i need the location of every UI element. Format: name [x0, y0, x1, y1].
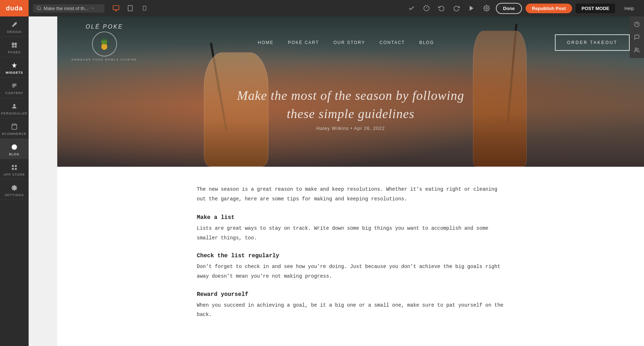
widgets-icon: [10, 62, 18, 69]
nav-our-story[interactable]: OUR STORY: [333, 40, 365, 45]
logo-pineapple-icon: 🍍: [92, 31, 117, 57]
pages-label: PAGES: [8, 50, 20, 54]
sidebar-item-ecommerce[interactable]: ECOMMERCE: [0, 118, 29, 139]
appstore-icon: [10, 164, 18, 171]
nav-poke-cart[interactable]: POKÉ CART: [288, 40, 319, 45]
svg-point-28: [486, 8, 488, 9]
right-panel-users[interactable]: [631, 44, 643, 56]
settings-icon: [10, 184, 18, 192]
nav-blog[interactable]: Blog: [419, 40, 434, 45]
left-sidebar: duda DESIGN PAGES WIDGETS CONTENT PERSON…: [0, 0, 29, 346]
redo-icon: [453, 5, 460, 11]
sidebar-item-widgets[interactable]: WIDGETS: [0, 57, 29, 78]
svg-rect-0: [12, 43, 14, 45]
hero-section: OLÉ POKE 🍍 HAWAIIAN POKE BOWLS CUISINE H…: [57, 16, 644, 167]
duda-logo[interactable]: duda: [0, 0, 29, 16]
pages-icon: [10, 41, 18, 49]
desktop-view-button[interactable]: [110, 3, 122, 14]
hero-content: Make the most of the season by following…: [225, 87, 476, 131]
tablet-icon: [127, 5, 133, 11]
content-icon: [10, 82, 18, 90]
design-label: DESIGN: [7, 30, 22, 34]
appstore-label: APP STORE: [4, 173, 25, 176]
svg-rect-2: [12, 46, 14, 48]
chevron-down-icon: [91, 6, 95, 10]
topbar-search[interactable]: Make the most of th...: [33, 4, 104, 13]
comment-icon: [423, 5, 430, 11]
svg-rect-10: [12, 165, 14, 167]
right-panel-chat[interactable]: [631, 31, 643, 43]
tablet-view-button[interactable]: [125, 3, 136, 14]
hero-date: Apr 26, 2022: [354, 126, 385, 131]
sidebar-item-appstore[interactable]: APP STORE: [0, 159, 29, 180]
personalize-label: PERSONALIZE: [1, 112, 28, 115]
question-icon: [634, 21, 640, 27]
svg-rect-13: [15, 168, 17, 170]
svg-point-15: [37, 6, 40, 10]
blog-section-body-0: Lists are great ways to stay on track. W…: [197, 224, 504, 243]
svg-rect-17: [113, 6, 119, 10]
republish-button[interactable]: Republish Post: [526, 4, 572, 13]
right-panel: [630, 16, 644, 58]
sidebar-item-design[interactable]: DESIGN: [0, 16, 29, 37]
sidebar-item-settings[interactable]: SETTINGS: [0, 180, 29, 200]
desktop-icon: [112, 5, 119, 12]
content-label: CONTENT: [5, 91, 24, 95]
check-button[interactable]: [406, 3, 417, 14]
redo-button[interactable]: [451, 3, 462, 14]
svg-rect-5: [12, 85, 16, 86]
right-panel-help[interactable]: [631, 19, 643, 30]
users-icon: [634, 47, 640, 53]
svg-rect-1: [15, 43, 17, 45]
check-icon: [408, 5, 415, 11]
design-icon: [10, 21, 18, 29]
sidebar-item-blog[interactable]: BLOG: [0, 139, 29, 159]
logo-subtitle: HAWAIIAN POKE BOWLS CUISINE: [72, 58, 137, 61]
svg-rect-6: [12, 87, 15, 87]
device-selector: [110, 3, 150, 14]
blog-section-body-2: When you succeed in achieving a goal, be…: [197, 301, 504, 320]
play-button[interactable]: [466, 3, 477, 14]
post-mode-button[interactable]: POST MODE: [576, 4, 615, 13]
settings-button[interactable]: [481, 3, 492, 14]
hero-meta: Haley Wilkins • Apr 26, 2022: [225, 126, 476, 131]
svg-rect-4: [12, 84, 16, 84]
logo-name: OLÉ POKE: [86, 24, 123, 30]
comment-button[interactable]: [421, 3, 432, 14]
mobile-icon: [142, 5, 147, 11]
blog-section-title-1: Check the list regularly: [197, 253, 504, 259]
hero-title: Make the most of the season by following…: [225, 87, 476, 123]
svg-point-9: [12, 145, 17, 150]
svg-point-7: [13, 104, 15, 106]
help-button[interactable]: Help: [619, 4, 640, 13]
svg-marker-27: [470, 6, 474, 11]
nav-contact[interactable]: CONTACT: [380, 40, 405, 45]
nav-home[interactable]: HOME: [258, 40, 274, 45]
main-content-area: OLÉ POKE 🍍 HAWAIIAN POKE BOWLS CUISINE H…: [57, 16, 644, 346]
gear-icon: [483, 5, 490, 11]
blog-label: BLOG: [9, 152, 19, 156]
play-icon: [468, 5, 475, 11]
hero-date-separator: •: [351, 126, 354, 131]
nav-bar: OLÉ POKE 🍍 HAWAIIAN POKE BOWLS CUISINE H…: [57, 16, 644, 68]
topbar-actions: Done Republish Post POST MODE Help: [406, 3, 640, 14]
blog-section-2: Reward yourself When you succeed in achi…: [197, 291, 504, 320]
sidebar-item-pages[interactable]: PAGES: [0, 37, 29, 57]
sidebar-item-personalize[interactable]: PERSONALIZE: [0, 98, 29, 118]
undo-button[interactable]: [436, 3, 447, 14]
ecommerce-label: ECOMMERCE: [2, 132, 27, 136]
blog-section-title-2: Reward yourself: [197, 291, 504, 298]
svg-line-16: [40, 9, 41, 10]
blog-content: The new season is a great reason to make…: [182, 167, 519, 346]
sidebar-item-content[interactable]: CONTENT: [0, 78, 29, 98]
hero-author: Haley Wilkins: [316, 126, 349, 131]
done-button[interactable]: Done: [496, 3, 522, 14]
blog-section-title-0: Make a list: [197, 214, 504, 221]
undo-icon: [438, 5, 445, 11]
order-takeout-button[interactable]: ORDER TAKEOUT: [555, 34, 630, 51]
website-preview: OLÉ POKE 🍍 HAWAIIAN POKE BOWLS CUISINE H…: [57, 16, 644, 346]
topbar: Make the most of th...: [29, 0, 644, 16]
mobile-view-button[interactable]: [139, 3, 150, 14]
site-logo: OLÉ POKE 🍍 HAWAIIAN POKE BOWLS CUISINE: [72, 24, 137, 61]
svg-point-31: [635, 48, 637, 50]
